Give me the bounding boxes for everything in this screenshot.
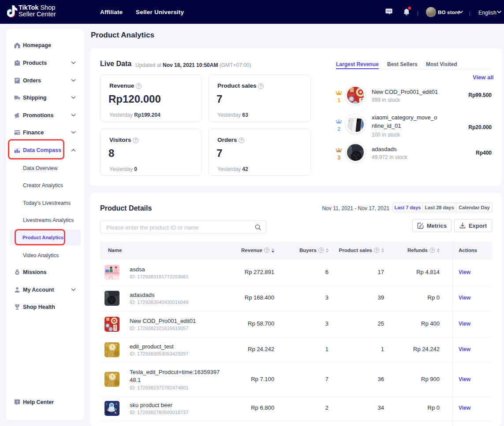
svg-text:70: 70 [106,293,108,295]
svg-text:?: ? [16,400,19,404]
svg-text:70: 70 [349,146,351,149]
